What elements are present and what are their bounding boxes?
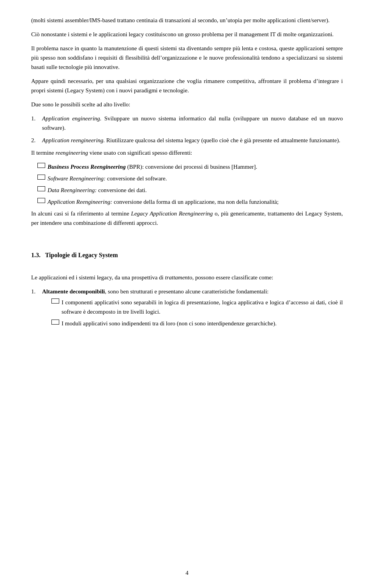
bullet-item-1-italic: Business Process Reengineering [48,164,126,170]
bullet-item-3-text: conversione dei dati. [97,187,146,193]
decomp-bold: Altamente decomponibili [42,288,105,295]
decomp-list: 1. Altamente decomponibili, sono ben str… [31,287,343,330]
sub-bullet-item-2-content: I moduli applicativi sono indipendenti t… [62,319,343,328]
bullet-item-1: Business Process Reengineering (BPR): co… [37,162,343,171]
numbered-item-2-text: Riutilizzare qualcosa del sistema legacy… [105,137,340,143]
sub-checkbox-icon-1 [51,298,59,304]
bullet-item-2: Software Reengineering: conversione del … [37,174,343,183]
paragraph-8-start: Le applicazioni ed i sistemi legacy, da … [31,274,165,281]
paragraph-8: Le applicazioni ed i sistemi legacy, da … [31,273,343,282]
paragraph-8-italic: trattamento [165,274,192,281]
bullet-item-2-text: conversione del software. [106,175,167,182]
checkbox-icon-1 [37,163,45,168]
numbered-item-1-content: Application engineering. Sviluppare un n… [42,114,343,132]
spacer-2 [31,265,343,273]
sub-bullet-item-1: I componenti applicativi sono separabili… [51,298,343,316]
bullet-list: Business Process Reengineering (BPR): co… [37,162,343,207]
spacer-1 [31,232,343,240]
decomp-item-1: 1. Altamente decomponibili, sono ben str… [31,287,343,330]
bullet-item-3-content: Data Reengineering: conversione dei dati… [48,185,343,195]
page-number: 4 [0,570,374,576]
numbered-list: 1. Application engineering. Sviluppare u… [31,114,343,145]
paragraph-1: (molti sistemi assembler/IMS-based tratt… [31,16,343,25]
paragraph-7-start: In alcuni casi si fa riferimento al term… [31,210,131,217]
page: (molti sistemi assembler/IMS-based tratt… [0,0,374,588]
checkbox-icon-2 [37,175,45,180]
bullet-item-4-italic: Application Reengineering: [48,199,112,205]
paragraph-6-start: Il termine [31,150,55,156]
bullet-item-4-content: Application Reengineering: conversione d… [48,197,343,207]
bullet-item-3: Data Reengineering: conversione dei dati… [37,185,343,195]
bullet-item-2-italic: Software Reengineering: [48,175,106,182]
paragraph-6: Il termine reengineering viene usato con… [31,148,343,157]
numbered-item-1: 1. Application engineering. Sviluppare u… [31,114,343,132]
paragraph-4: Appare quindi necessario, per una qualsi… [31,76,343,95]
paragraph-2: Ciò nonostante i sistemi e le applicazio… [31,30,343,39]
bullet-item-3-italic: Data Reengineering: [48,187,97,193]
bullet-item-4: Application Reengineering: conversione d… [37,197,343,207]
section-num: 1.3. [31,252,41,258]
paragraph-8-end: , possono essere classificate come: [192,274,273,281]
paragraph-6-end: viene usato con significati spesso diffe… [88,150,192,156]
bullet-item-2-content: Software Reengineering: conversione del … [48,174,343,183]
numbered-item-2-content: Application reengineering. Riutilizzare … [42,136,343,145]
decomp-text: , sono ben strutturati e presentano alcu… [105,288,268,295]
bullet-item-1-content: Business Process Reengineering (BPR): co… [48,162,343,171]
checkbox-icon-4 [37,198,45,203]
bullet-item-4-text: conversione della forma di un applicazio… [112,199,279,205]
num-2: 2. [31,136,42,145]
section-heading: 1.3. Tipologie di Legacy System [31,252,343,259]
numbered-item-1-italic: Application engineering. [42,115,102,122]
checkbox-icon-3 [37,186,45,191]
sub-bullet-item-2: I moduli applicativi sono indipendenti t… [51,319,343,328]
numbered-item-2: 2. Application reengineering. Riutilizza… [31,136,343,145]
sub-bullet-item-1-content: I componenti applicativi sono separabili… [62,298,343,316]
paragraph-7-italic: Legacy Application Reengineering [131,210,213,217]
decomp-item-1-content: Altamente decomponibili, sono ben strutt… [42,287,343,330]
paragraph-7: In alcuni casi si fa riferimento al term… [31,209,343,228]
sub-checkbox-icon-2 [51,320,59,325]
paragraph-3: Il problema nasce in quanto la manutenzi… [31,44,343,72]
paragraph-5: Due sono le possibili scelte ad alto liv… [31,100,343,109]
num-1: 1. [31,114,42,123]
section-title: Tipologie di Legacy System [45,252,118,258]
numbered-item-2-italic: Application reengineering. [42,137,105,143]
decomp-num: 1. [31,287,42,296]
paragraph-6-italic: reengineering [55,150,88,156]
sub-bullet-list: I componenti applicativi sono separabili… [51,298,343,328]
bullet-item-1-text: (BPR): conversione dei processi di busin… [126,164,257,170]
